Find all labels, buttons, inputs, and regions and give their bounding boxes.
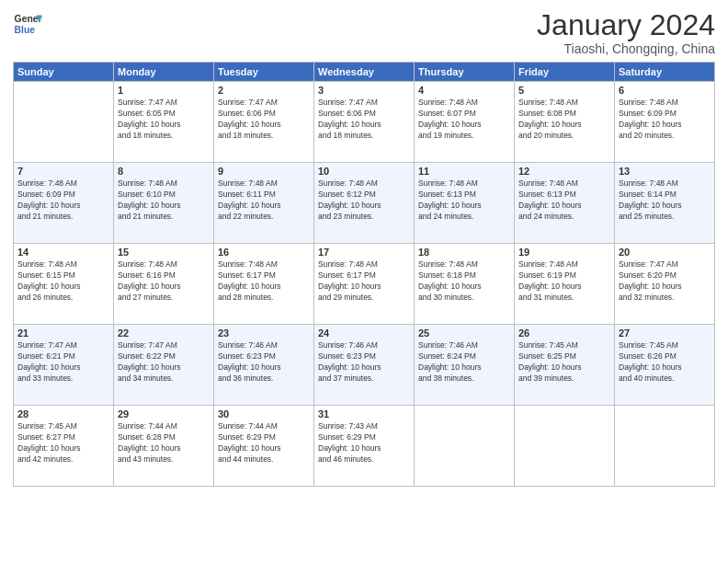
calendar-cell: 20Sunrise: 7:47 AM Sunset: 6:20 PM Dayli… (615, 244, 715, 325)
day-number: 24 (318, 327, 410, 339)
calendar-cell: 22Sunrise: 7:47 AM Sunset: 6:22 PM Dayli… (114, 325, 214, 406)
calendar-cell: 25Sunrise: 7:46 AM Sunset: 6:24 PM Dayli… (415, 325, 515, 406)
day-number: 3 (318, 85, 410, 96)
calendar-cell: 30Sunrise: 7:44 AM Sunset: 6:29 PM Dayli… (214, 406, 314, 487)
day-number: 25 (418, 327, 510, 339)
col-header-tuesday: Tuesday (214, 63, 314, 82)
day-info: Sunrise: 7:45 AM Sunset: 6:25 PM Dayligh… (518, 340, 610, 385)
calendar-cell: 9Sunrise: 7:48 AM Sunset: 6:11 PM Daylig… (214, 163, 314, 244)
day-number: 7 (17, 166, 109, 177)
day-number: 18 (418, 247, 510, 258)
day-info: Sunrise: 7:43 AM Sunset: 6:29 PM Dayligh… (318, 421, 410, 465)
calendar-cell: 5Sunrise: 7:48 AM Sunset: 6:08 PM Daylig… (515, 82, 615, 163)
header: General Blue January 2024 Tiaoshi, Chong… (13, 9, 715, 56)
calendar-cell: 26Sunrise: 7:45 AM Sunset: 6:25 PM Dayli… (515, 325, 615, 406)
day-number: 23 (218, 327, 310, 339)
day-number: 5 (518, 85, 610, 96)
calendar-week-4: 21Sunrise: 7:47 AM Sunset: 6:21 PM Dayli… (14, 325, 715, 406)
day-number: 6 (619, 85, 711, 96)
calendar-cell: 2Sunrise: 7:47 AM Sunset: 6:06 PM Daylig… (214, 82, 314, 163)
calendar-week-1: 1Sunrise: 7:47 AM Sunset: 6:05 PM Daylig… (14, 82, 715, 163)
header-row: SundayMondayTuesdayWednesdayThursdayFrid… (14, 63, 715, 82)
day-number: 4 (418, 85, 510, 96)
day-info: Sunrise: 7:48 AM Sunset: 6:13 PM Dayligh… (418, 178, 510, 223)
day-info: Sunrise: 7:48 AM Sunset: 6:13 PM Dayligh… (518, 178, 610, 223)
calendar-cell (14, 82, 114, 163)
calendar-cell: 4Sunrise: 7:48 AM Sunset: 6:07 PM Daylig… (415, 82, 515, 163)
day-number: 21 (17, 327, 109, 339)
calendar-cell (415, 406, 515, 487)
calendar-cell: 29Sunrise: 7:44 AM Sunset: 6:28 PM Dayli… (114, 406, 214, 487)
calendar-cell: 16Sunrise: 7:48 AM Sunset: 6:17 PM Dayli… (214, 244, 314, 325)
day-info: Sunrise: 7:48 AM Sunset: 6:09 PM Dayligh… (17, 178, 109, 223)
day-number: 16 (218, 247, 310, 258)
day-info: Sunrise: 7:48 AM Sunset: 6:19 PM Dayligh… (518, 259, 610, 304)
calendar-cell: 11Sunrise: 7:48 AM Sunset: 6:13 PM Dayli… (415, 163, 515, 244)
day-number: 9 (218, 166, 310, 177)
day-number: 10 (318, 166, 410, 177)
calendar-cell: 8Sunrise: 7:48 AM Sunset: 6:10 PM Daylig… (114, 163, 214, 244)
day-number: 29 (118, 408, 210, 419)
day-info: Sunrise: 7:46 AM Sunset: 6:23 PM Dayligh… (318, 340, 410, 385)
svg-text:Blue: Blue (15, 25, 36, 35)
day-info: Sunrise: 7:46 AM Sunset: 6:24 PM Dayligh… (418, 340, 510, 385)
calendar-container: General Blue January 2024 Tiaoshi, Chong… (0, 0, 728, 563)
day-info: Sunrise: 7:47 AM Sunset: 6:06 PM Dayligh… (318, 98, 410, 142)
day-number: 30 (218, 408, 310, 419)
day-info: Sunrise: 7:48 AM Sunset: 6:07 PM Dayligh… (418, 98, 510, 142)
day-info: Sunrise: 7:46 AM Sunset: 6:23 PM Dayligh… (218, 340, 310, 385)
calendar-cell: 1Sunrise: 7:47 AM Sunset: 6:05 PM Daylig… (114, 82, 214, 163)
day-info: Sunrise: 7:48 AM Sunset: 6:12 PM Dayligh… (318, 178, 410, 223)
day-number: 1 (118, 85, 210, 96)
day-info: Sunrise: 7:48 AM Sunset: 6:10 PM Dayligh… (118, 178, 210, 223)
day-number: 11 (418, 166, 510, 177)
day-number: 12 (518, 166, 610, 177)
day-number: 19 (518, 247, 610, 258)
col-header-monday: Monday (114, 63, 214, 82)
calendar-cell: 7Sunrise: 7:48 AM Sunset: 6:09 PM Daylig… (14, 163, 114, 244)
day-info: Sunrise: 7:45 AM Sunset: 6:26 PM Dayligh… (619, 340, 711, 385)
calendar-cell: 17Sunrise: 7:48 AM Sunset: 6:17 PM Dayli… (314, 244, 415, 325)
calendar-cell: 18Sunrise: 7:48 AM Sunset: 6:18 PM Dayli… (415, 244, 515, 325)
calendar-cell: 14Sunrise: 7:48 AM Sunset: 6:15 PM Dayli… (14, 244, 114, 325)
calendar-week-2: 7Sunrise: 7:48 AM Sunset: 6:09 PM Daylig… (14, 163, 715, 244)
day-info: Sunrise: 7:47 AM Sunset: 6:05 PM Dayligh… (118, 98, 210, 142)
calendar-cell: 12Sunrise: 7:48 AM Sunset: 6:13 PM Dayli… (515, 163, 615, 244)
day-info: Sunrise: 7:48 AM Sunset: 6:15 PM Dayligh… (17, 259, 109, 304)
col-header-saturday: Saturday (615, 63, 715, 82)
calendar-cell: 24Sunrise: 7:46 AM Sunset: 6:23 PM Dayli… (314, 325, 415, 406)
day-number: 17 (318, 247, 410, 258)
calendar-cell (515, 406, 615, 487)
day-info: Sunrise: 7:47 AM Sunset: 6:22 PM Dayligh… (118, 340, 210, 385)
calendar-table: SundayMondayTuesdayWednesdayThursdayFrid… (13, 62, 715, 487)
calendar-cell: 19Sunrise: 7:48 AM Sunset: 6:19 PM Dayli… (515, 244, 615, 325)
day-info: Sunrise: 7:44 AM Sunset: 6:29 PM Dayligh… (218, 421, 310, 465)
col-header-sunday: Sunday (14, 63, 114, 82)
month-title: January 2024 (537, 9, 715, 41)
day-info: Sunrise: 7:48 AM Sunset: 6:17 PM Dayligh… (218, 259, 310, 304)
logo-icon: General Blue (13, 9, 42, 39)
day-info: Sunrise: 7:48 AM Sunset: 6:17 PM Dayligh… (318, 259, 410, 304)
calendar-cell: 31Sunrise: 7:43 AM Sunset: 6:29 PM Dayli… (314, 406, 415, 487)
title-block: January 2024 Tiaoshi, Chongqing, China (537, 9, 715, 56)
calendar-cell: 23Sunrise: 7:46 AM Sunset: 6:23 PM Dayli… (214, 325, 314, 406)
day-info: Sunrise: 7:48 AM Sunset: 6:11 PM Dayligh… (218, 178, 310, 223)
calendar-cell: 15Sunrise: 7:48 AM Sunset: 6:16 PM Dayli… (114, 244, 214, 325)
calendar-cell: 28Sunrise: 7:45 AM Sunset: 6:27 PM Dayli… (14, 406, 114, 487)
day-number: 2 (218, 85, 310, 96)
day-number: 14 (17, 247, 109, 258)
day-number: 20 (619, 247, 711, 258)
calendar-cell: 13Sunrise: 7:48 AM Sunset: 6:14 PM Dayli… (615, 163, 715, 244)
day-number: 27 (619, 327, 711, 339)
calendar-cell: 3Sunrise: 7:47 AM Sunset: 6:06 PM Daylig… (314, 82, 415, 163)
day-number: 13 (619, 166, 711, 177)
day-info: Sunrise: 7:45 AM Sunset: 6:27 PM Dayligh… (17, 421, 109, 465)
day-number: 8 (118, 166, 210, 177)
day-number: 22 (118, 327, 210, 339)
location-subtitle: Tiaoshi, Chongqing, China (537, 41, 715, 56)
day-info: Sunrise: 7:48 AM Sunset: 6:14 PM Dayligh… (619, 178, 711, 223)
day-info: Sunrise: 7:48 AM Sunset: 6:18 PM Dayligh… (418, 259, 510, 304)
day-info: Sunrise: 7:47 AM Sunset: 6:20 PM Dayligh… (619, 259, 711, 304)
day-info: Sunrise: 7:48 AM Sunset: 6:09 PM Dayligh… (619, 98, 711, 142)
col-header-friday: Friday (515, 63, 615, 82)
